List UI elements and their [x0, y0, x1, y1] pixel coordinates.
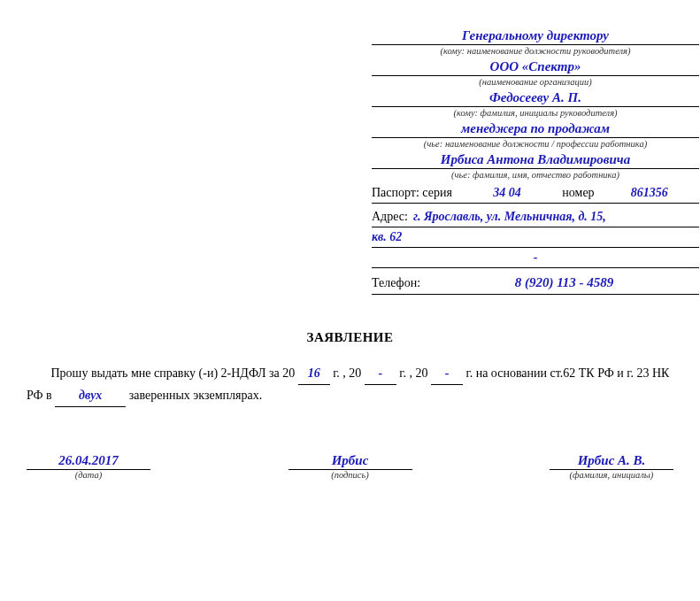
document-page: Генеральному директору (кому: наименован…: [0, 0, 700, 601]
date-caption: (дата): [27, 470, 150, 480]
org-name-caption: (наименование организации): [372, 76, 699, 89]
name-value: Ирбис А. В.: [550, 451, 673, 470]
org-name: ООО «Спектр»: [372, 58, 699, 76]
year3: -: [431, 363, 463, 385]
body-prefix: Прошу выдать мне справку (-и) 2-НДФЛ за …: [51, 366, 296, 380]
year1: 16: [298, 363, 330, 385]
phone-value: 8 (920) 113 - 4589: [429, 272, 699, 293]
document-title: ЗАЯВЛЕНИЕ: [27, 330, 673, 345]
passport-label: Паспорт: серия: [372, 183, 452, 203]
to-person-caption: (кому: фамилия, инициалы руководителя): [372, 107, 699, 119]
copies: двух: [55, 385, 126, 407]
body-after-year2: г. , 20: [399, 366, 427, 380]
body-text: Прошу выдать мне справку (-и) 2-НДФЛ за …: [27, 363, 673, 407]
to-person: Федосееву А. П.: [372, 89, 699, 107]
address-value-1: г. Ярославль, ул. Мельничная, д. 15,: [413, 207, 699, 227]
passport-row: Паспорт: серия 34 04 номер 861356: [372, 183, 699, 204]
passport-number-label: номер: [562, 183, 594, 203]
from-position: менеджера по продажам: [372, 119, 699, 138]
sign-caption: (подпись): [288, 470, 412, 480]
date-column: 26.04.2017 (дата): [27, 451, 150, 480]
body-suffix: заверенных экземплярах.: [129, 389, 262, 402]
name-column: Ирбис А. В. (фамилия, инициалы): [550, 451, 673, 480]
from-position-caption: (чье: наименование должности / профессии…: [372, 138, 699, 150]
phone-row: Телефон: 8 (920) 113 - 4589: [372, 272, 699, 295]
phone-label: Телефон:: [372, 273, 420, 294]
address-line-1: Адрес: г. Ярославль, ул. Мельничная, д. …: [372, 207, 699, 227]
body-after-year1: г. , 20: [333, 366, 361, 380]
passport-number: 861356: [600, 183, 699, 203]
sign-column: Ирбис (подпись): [288, 451, 412, 480]
sign-value: Ирбис: [288, 451, 412, 470]
to-position-caption: (кому: наименование должности руководите…: [372, 45, 699, 58]
header-block: Генеральному директору (кому: наименован…: [372, 27, 699, 295]
passport-series: 34 04: [458, 183, 557, 203]
address-line-2: кв. 62: [372, 227, 699, 248]
year2: -: [365, 363, 396, 385]
address-label: Адрес:: [372, 207, 408, 227]
date-value: 26.04.2017: [27, 451, 150, 470]
address-value-3: -: [372, 248, 699, 267]
from-person-caption: (чье: фамилия, имя, отчество работника): [372, 169, 699, 181]
to-position: Генеральному директору: [372, 27, 699, 45]
address-line-3: -: [372, 248, 699, 268]
address-block: Адрес: г. Ярославль, ул. Мельничная, д. …: [372, 207, 699, 268]
signature-row: 26.04.2017 (дата) Ирбис (подпись) Ирбис …: [27, 451, 673, 480]
from-person: Ирбиса Антона Владимировича: [372, 150, 699, 169]
address-value-2: кв. 62: [372, 227, 699, 247]
name-caption: (фамилия, инициалы): [550, 470, 673, 480]
